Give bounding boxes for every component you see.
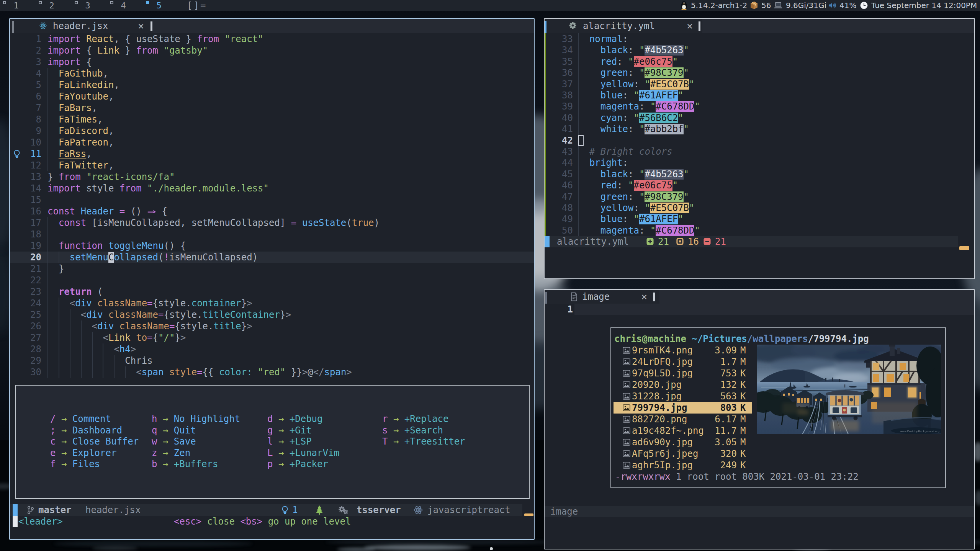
code-token: " xyxy=(634,214,639,224)
tab-title[interactable]: image xyxy=(582,291,610,302)
code-line[interactable]: function toggleMenu() { xyxy=(47,240,186,252)
code-token: , xyxy=(108,137,114,148)
whichkey-key: h xyxy=(152,414,157,424)
whichkey-desc: +Git xyxy=(290,425,312,436)
lf-file-row[interactable]: 882720.png xyxy=(632,414,687,425)
whichkey-binding[interactable]: f → Files xyxy=(50,458,100,470)
whichkey-binding[interactable]: d → +Debug xyxy=(267,413,323,425)
code-line[interactable]: import { Link } from "gatsby" xyxy=(47,45,208,56)
code-line[interactable]: FaPatreon, xyxy=(47,137,114,148)
color-chip: #C678DD xyxy=(656,225,694,236)
code-line[interactable]: black: "#4b5263" xyxy=(578,44,689,56)
tab-title[interactable]: alacritty.yml xyxy=(583,20,655,32)
code-line[interactable]: FaRss, xyxy=(47,148,92,160)
statusline-filename: image xyxy=(550,506,578,517)
lf-file-row[interactable]: 799794.jpg xyxy=(632,402,687,414)
code-token: : xyxy=(628,45,639,56)
whichkey-binding[interactable]: s → +Search xyxy=(382,425,443,436)
code-line[interactable]: import { xyxy=(47,56,92,68)
buffer-tabline: image× xyxy=(545,290,974,304)
whichkey-binding[interactable]: w → Save xyxy=(152,436,196,447)
code-line[interactable]: red: "#e06c75" xyxy=(578,56,678,67)
code-line[interactable]: red: "#e06c75" xyxy=(578,180,678,191)
code-line[interactable]: FaTwitter, xyxy=(47,160,114,171)
lf-file-size: 132 xyxy=(684,379,737,391)
mode-indicator-block xyxy=(545,236,550,247)
tab-close-button[interactable]: × xyxy=(687,20,693,32)
code-line[interactable]: magenta: "#C678DD" xyxy=(578,225,700,236)
tab-close-button[interactable]: × xyxy=(641,291,647,302)
whichkey-binding[interactable]: L → +LunarVim xyxy=(267,447,339,459)
whichkey-binding[interactable]: T → +Treesitter xyxy=(382,436,465,447)
whichkey-binding[interactable]: l → +LSP xyxy=(267,436,312,447)
code-line[interactable]: yellow: "#E5C07B" xyxy=(578,202,694,214)
whichkey-binding[interactable]: q → Quit xyxy=(152,425,196,436)
whichkey-binding[interactable]: / → Comment xyxy=(50,413,111,425)
code-line[interactable]: magenta: "#C678DD" xyxy=(578,101,700,112)
code-token: = xyxy=(119,206,125,217)
hint-key: <bs> xyxy=(240,516,262,527)
code-line[interactable]: Chris xyxy=(47,355,153,366)
code-line[interactable]: FaGithub, xyxy=(47,68,108,79)
code-line[interactable]: blue: "#61AFEF" xyxy=(578,213,684,225)
code-line[interactable]: green: "#98C379" xyxy=(578,191,689,203)
git-branch-icon xyxy=(27,505,34,516)
code-line[interactable]: <h4> xyxy=(47,343,136,355)
whichkey-binding[interactable]: c → Close Buffer xyxy=(50,436,139,447)
whichkey-binding[interactable]: b → +Buffers xyxy=(152,458,218,470)
code-line[interactable]: import style from "./header.module.less" xyxy=(47,183,269,194)
code-line[interactable]: FaBars, xyxy=(47,102,97,114)
code-line[interactable]: cyan: "#56B6C2" xyxy=(578,112,684,124)
code-token: true xyxy=(352,217,374,228)
whichkey-binding[interactable]: h → No Highlight xyxy=(152,413,240,425)
code-line[interactable]: FaDiscord, xyxy=(47,125,114,137)
whichkey-binding[interactable]: g → +Git xyxy=(267,425,312,436)
whichkey-binding[interactable]: ; → Dashboard xyxy=(50,425,122,436)
whichkey-binding[interactable]: e → Explorer xyxy=(50,447,116,459)
code-line[interactable]: black: "#4b5263" xyxy=(578,168,689,180)
color-chip: #E5C07B xyxy=(650,79,689,90)
whichkey-arrow: → xyxy=(388,414,404,424)
code-line[interactable]: } xyxy=(47,263,64,275)
code-line[interactable]: const [isMenuCollapsed, setMenuCollapsed… xyxy=(47,217,380,229)
code-line[interactable]: <Link to={"/"}> xyxy=(47,332,186,343)
code-line[interactable]: green: "#98C379" xyxy=(578,67,689,78)
code-token xyxy=(47,137,59,148)
code-line[interactable]: import React, { useState } from "react" xyxy=(47,33,263,45)
whichkey-binding[interactable]: p → +Packer xyxy=(267,458,328,470)
code-line[interactable]: blue: "#61AFEF" xyxy=(578,90,684,101)
code-line[interactable]: <div className={style.container}> xyxy=(47,298,252,309)
lf-file-size: 3.09 xyxy=(684,345,737,356)
code-line[interactable]: } from "react-icons/fa" xyxy=(47,171,175,183)
code-line[interactable]: <div className={style.title}> xyxy=(47,320,252,332)
tab-title[interactable]: header.jsx xyxy=(53,20,108,32)
code-token xyxy=(578,124,600,134)
line-number: 36 xyxy=(545,67,573,78)
whichkey-desc: +Replace xyxy=(404,414,449,424)
code-line[interactable]: <div className={style.titleContainer}> xyxy=(47,309,291,320)
code-line[interactable]: FaLinkedin, xyxy=(47,79,119,91)
code-line[interactable]: normal: xyxy=(578,33,628,45)
code-token: black xyxy=(600,45,628,56)
code-line[interactable]: return ( xyxy=(47,286,103,298)
lf-file-row[interactable]: 31228.jpg xyxy=(632,391,682,402)
code-token: toggleMenu xyxy=(108,240,164,251)
code-line[interactable]: bright: xyxy=(578,157,628,168)
lf-file-row[interactable]: 20920.jpg xyxy=(632,379,682,391)
code-line[interactable]: # Bright colors xyxy=(578,146,672,157)
lightbulb-icon xyxy=(13,149,21,160)
code-line[interactable]: FaYoutube, xyxy=(47,91,114,102)
tab-close-button[interactable]: × xyxy=(138,20,144,32)
code-line[interactable]: const Header = () ⇒ { xyxy=(47,206,167,217)
whichkey-binding[interactable]: z → Zen xyxy=(152,447,190,459)
code-token: " xyxy=(694,101,700,112)
code-line[interactable]: white: "#abb2bf" xyxy=(578,123,689,135)
code-token xyxy=(578,225,600,236)
code-line[interactable]: <span style={{ color: "red" }}>@</span> xyxy=(47,366,352,378)
code-line[interactable] xyxy=(578,135,584,146)
whichkey-binding[interactable]: r → +Replace xyxy=(382,413,448,425)
code-line[interactable]: yellow: "#E5C07B" xyxy=(578,78,694,90)
code-line[interactable]: FaTimes, xyxy=(47,114,103,125)
code-line[interactable]: setMenuCollapsed(!isMenuCollapsed) xyxy=(47,252,258,263)
code-token: " xyxy=(639,67,645,78)
